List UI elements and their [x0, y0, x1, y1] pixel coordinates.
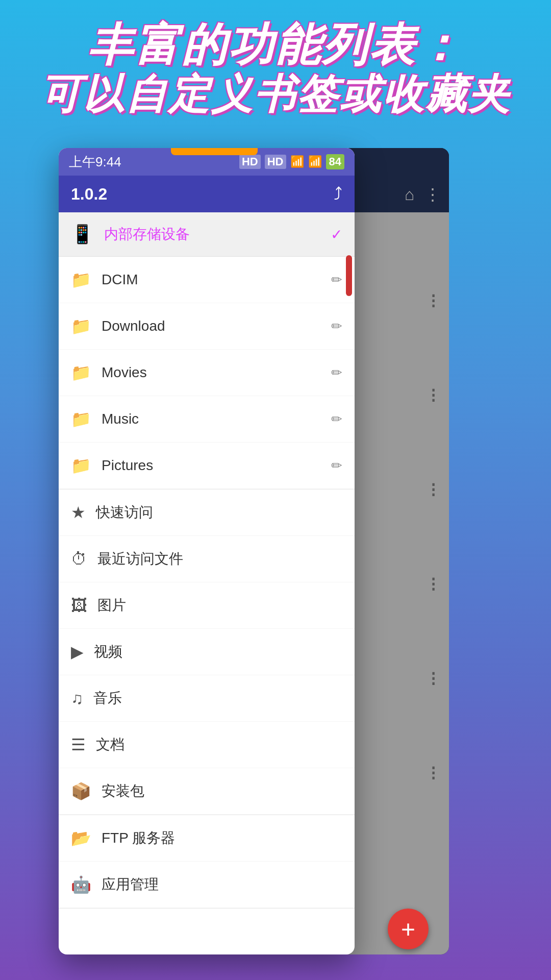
folder-music[interactable]: 📁 Music ✏ [59, 396, 355, 443]
quick-access-item[interactable]: ★ 快速访问 [59, 489, 355, 536]
ftp-icon: 📂 [71, 828, 91, 848]
folder-movies[interactable]: 📁 Movies ✏ [59, 350, 355, 396]
three-dot-6[interactable]: ⋮ [425, 764, 441, 781]
image-icon: 🖼 [71, 596, 87, 615]
history-icon: ⏱ [71, 550, 87, 569]
fab-plus-icon: + [401, 915, 415, 943]
folder-label-download: Download [102, 318, 165, 334]
ftp-item[interactable]: 📂 FTP 服务器 [59, 815, 355, 862]
folder-label-music: Music [102, 411, 139, 427]
images-item[interactable]: 🖼 图片 [59, 582, 355, 629]
storage-item[interactable]: 📱 内部存储设备 ✓ [59, 212, 355, 257]
share-icon[interactable]: ⤴ [334, 184, 342, 204]
more-icon[interactable]: ⋮ [424, 185, 441, 204]
folder-pictures[interactable]: 📁 Pictures ✏ [59, 443, 355, 489]
hd-badge-1: HD [239, 155, 261, 169]
video-label: 视频 [94, 642, 122, 662]
music-icon: ♫ [71, 689, 83, 708]
battery-indicator: 84 [326, 154, 344, 169]
folder-icon-dcim: 📁 [71, 270, 91, 289]
edit-icon-download[interactable]: ✏ [331, 318, 342, 334]
notification-bar [171, 148, 258, 155]
music-label: 音乐 [93, 689, 122, 708]
wifi-icon: 📶 [308, 155, 322, 168]
home-icon[interactable]: ⌂ [405, 185, 414, 204]
folder-label-pictures: Pictures [102, 457, 153, 474]
video-item[interactable]: ▶ 视频 [59, 629, 355, 675]
fab-button[interactable]: + [388, 909, 429, 949]
folder-icon-music: 📁 [71, 409, 91, 429]
server-section: 📂 FTP 服务器 🤖 应用管理 [59, 815, 355, 909]
ftp-label: FTP 服务器 [102, 828, 175, 848]
banner-line2: 可以自定义书签或收藏夹 [15, 70, 536, 119]
folder-dcim[interactable]: 📁 DCIM ✏ [59, 257, 355, 303]
folders-section: 📁 DCIM ✏ 📁 Download ✏ 📁 Movies ✏ 📁 Music [59, 257, 355, 489]
apk-label: 安装包 [102, 781, 144, 801]
app-version: 1.0.2 [71, 185, 107, 204]
video-icon: ▶ [71, 642, 84, 662]
three-dot-5[interactable]: ⋮ [425, 669, 441, 687]
quick-access-section: ★ 快速访问 ⏱ 最近访问文件 🖼 图片 ▶ 视频 ♫ [59, 489, 355, 815]
three-dot-2[interactable]: ⋮ [425, 386, 441, 404]
documents-item[interactable]: ☰ 文档 [59, 722, 355, 768]
three-dot-1[interactable]: ⋮ [425, 291, 441, 309]
star-icon: ★ [71, 503, 86, 522]
phone-frame: 上午9:44 HD HD 📶 📶 84 1.0.2 ⤴ 📱 内部存储设备 ✓ 📁… [59, 148, 355, 954]
storage-check-icon: ✓ [331, 226, 342, 243]
storage-left: 📱 内部存储设备 [71, 224, 190, 245]
apk-icon: 📦 [71, 781, 91, 801]
storage-label: 内部存储设备 [104, 225, 190, 244]
document-icon: ☰ [71, 735, 86, 754]
folder-label-movies: Movies [102, 364, 147, 381]
edit-icon-dcim[interactable]: ✏ [331, 272, 342, 288]
folder-icon-movies: 📁 [71, 363, 91, 382]
app-manager-item[interactable]: 🤖 应用管理 [59, 862, 355, 908]
status-time: 上午9:44 [69, 153, 121, 171]
banner-line1: 丰富的功能列表： [15, 20, 536, 70]
right-panel-header: ⌂ ⋮ [347, 148, 449, 212]
apk-item[interactable]: 📦 安装包 [59, 768, 355, 815]
banner: 丰富的功能列表： 可以自定义书签或收藏夹 [0, 20, 551, 119]
images-label: 图片 [97, 596, 126, 615]
recent-files-item[interactable]: ⏱ 最近访问文件 [59, 536, 355, 582]
music-item[interactable]: ♫ 音乐 [59, 675, 355, 722]
folder-icon-download: 📁 [71, 316, 91, 336]
three-dot-4[interactable]: ⋮ [425, 575, 441, 593]
quick-access-label: 快速访问 [96, 503, 153, 522]
right-panel: ⌂ ⋮ ⋮ ⋮ ⋮ ⋮ ⋮ ⋮ [347, 148, 449, 954]
folder-label-dcim: DCIM [102, 272, 138, 288]
documents-label: 文档 [96, 735, 124, 754]
app-manager-label: 应用管理 [102, 875, 159, 894]
recent-files-label: 最近访问文件 [97, 549, 183, 569]
app-header: 1.0.2 ⤴ [59, 176, 355, 212]
android-icon: 🤖 [71, 875, 91, 894]
three-dot-3[interactable]: ⋮ [425, 480, 441, 498]
edit-icon-pictures[interactable]: ✏ [331, 458, 342, 474]
scroll-indicator [346, 255, 352, 296]
folder-download[interactable]: 📁 Download ✏ [59, 303, 355, 350]
signal-icon: 📶 [290, 155, 304, 168]
folder-icon-pictures: 📁 [71, 456, 91, 475]
edit-icon-movies[interactable]: ✏ [331, 365, 342, 381]
hd-badge-2: HD [265, 155, 286, 169]
status-icons: HD HD 📶 📶 84 [239, 154, 344, 169]
phone-storage-icon: 📱 [71, 224, 94, 245]
edit-icon-music[interactable]: ✏ [331, 411, 342, 427]
